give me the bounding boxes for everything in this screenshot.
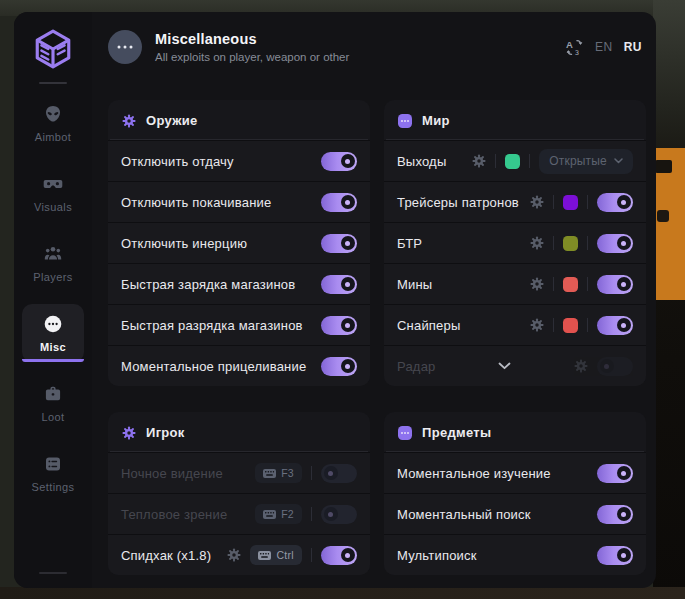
- settings-row: Тепловое зрениеF2: [108, 493, 370, 534]
- section-title: Оружие: [146, 113, 198, 128]
- color-swatch[interactable]: [563, 318, 578, 333]
- dots-icon: [43, 314, 63, 334]
- toggle-switch[interactable]: [597, 234, 633, 253]
- row-controls: [321, 357, 357, 376]
- chevron-down-icon[interactable]: [498, 362, 511, 370]
- toggle-switch[interactable]: [321, 152, 357, 171]
- row-controls: [321, 152, 357, 171]
- row-label: Снайперы: [397, 318, 461, 333]
- toggle-knob: [324, 466, 338, 480]
- toggle-switch[interactable]: [597, 464, 633, 483]
- toggle-switch[interactable]: [321, 193, 357, 212]
- row-controls: Ctrl: [227, 545, 357, 565]
- toggle-switch[interactable]: [321, 316, 357, 335]
- row-label: Ночное видение: [121, 466, 223, 481]
- toggle-switch[interactable]: [321, 546, 357, 565]
- toggle-switch[interactable]: [321, 464, 357, 483]
- sidebar-item-misc[interactable]: Misc: [22, 304, 84, 362]
- sidebar-bottom-divider: [39, 572, 67, 574]
- toggle-knob: [341, 318, 355, 332]
- section-title: Предметы: [422, 425, 491, 440]
- gear-icon[interactable]: [574, 359, 588, 373]
- row-label: Радар: [397, 359, 436, 374]
- misc-page-icon: [108, 30, 142, 64]
- dropdown-value: Открытые: [549, 154, 607, 168]
- row-controls: [321, 316, 357, 335]
- column-left: ОружиеОтключить отдачуОтключить покачива…: [108, 100, 370, 575]
- toggle-knob: [617, 548, 631, 562]
- language-switcher: A з EN RU: [565, 38, 642, 57]
- settings-row: Быстрая разрядка магазинов: [108, 304, 370, 345]
- toggle-knob: [341, 548, 355, 562]
- toggle-knob: [600, 359, 614, 373]
- toggle-switch[interactable]: [321, 275, 357, 294]
- section-header: Мир: [384, 100, 646, 139]
- sidebar-item-visuals[interactable]: Visuals: [22, 164, 84, 222]
- settings-row: Мультипоиск: [384, 534, 646, 575]
- section-header: Игрок: [108, 412, 370, 451]
- app-logo-cube-icon: [32, 28, 74, 70]
- toggle-switch[interactable]: [597, 357, 633, 376]
- hotkey-badge[interactable]: F2: [255, 504, 302, 524]
- row-controls: [530, 234, 633, 253]
- row-label: Моментальный поиск: [397, 507, 531, 522]
- cheat-menu-window: AimbotVisualsPlayersMiscLootSettings Mis…: [14, 12, 656, 588]
- toggle-knob: [617, 236, 631, 250]
- row-controls: [597, 464, 633, 483]
- sidebar-item-aimbot[interactable]: Aimbot: [22, 94, 84, 152]
- dropdown-select[interactable]: Открытые: [539, 149, 633, 174]
- svg-text:A: A: [566, 39, 573, 50]
- sidebar-item-label: Visuals: [34, 201, 72, 213]
- page-title: Miscellaneous: [155, 31, 349, 47]
- gear-icon: [122, 426, 136, 440]
- toggle-switch[interactable]: [321, 505, 357, 524]
- lang-ru-button[interactable]: RU: [624, 40, 642, 54]
- sidebar-nav: AimbotVisualsPlayersMiscLootSettings: [14, 94, 92, 502]
- toggle-switch[interactable]: [321, 357, 357, 376]
- color-swatch[interactable]: [563, 277, 578, 292]
- row-label: Спидхак (x1.8): [121, 548, 211, 563]
- gear-icon[interactable]: [530, 318, 544, 332]
- toggle-switch[interactable]: [597, 546, 633, 565]
- row-controls: [530, 193, 633, 212]
- sidebar-item-label: Aimbot: [35, 131, 72, 143]
- translate-icon: A з: [565, 38, 584, 57]
- sidebar-item-settings[interactable]: Settings: [22, 444, 84, 502]
- sidebar-item-players[interactable]: Players: [22, 234, 84, 292]
- gear-icon[interactable]: [530, 195, 544, 209]
- toggle-switch[interactable]: [597, 275, 633, 294]
- settings-row: Моментальное изучение: [384, 452, 646, 493]
- hotkey-badge[interactable]: F3: [255, 463, 302, 483]
- sidebar-divider: [39, 82, 67, 84]
- toggle-knob: [617, 277, 631, 291]
- toggle-knob: [341, 236, 355, 250]
- color-swatch[interactable]: [563, 195, 578, 210]
- chevron-down-icon: [614, 158, 623, 164]
- hotkey-badge[interactable]: Ctrl: [250, 545, 302, 565]
- toggle-knob: [324, 507, 338, 521]
- hotkey-label: F3: [281, 467, 294, 479]
- gear-icon[interactable]: [227, 548, 241, 562]
- toggle-switch[interactable]: [597, 316, 633, 335]
- separator: [587, 236, 588, 250]
- color-swatch[interactable]: [563, 236, 578, 251]
- gear-icon[interactable]: [472, 154, 486, 168]
- toggle-knob: [617, 318, 631, 332]
- toggle-switch[interactable]: [597, 193, 633, 212]
- settings-row: Ночное видениеF3: [108, 452, 370, 493]
- gear-icon[interactable]: [530, 277, 544, 291]
- lang-en-button[interactable]: EN: [595, 40, 613, 54]
- gear-icon: [122, 114, 136, 128]
- row-label: Моментальное изучение: [397, 466, 551, 481]
- color-swatch[interactable]: [505, 154, 520, 169]
- gear-icon[interactable]: [530, 236, 544, 250]
- section-weapon: ОружиеОтключить отдачуОтключить покачива…: [108, 100, 370, 386]
- toggle-switch[interactable]: [321, 234, 357, 253]
- separator: [587, 195, 588, 209]
- row-controls: [321, 193, 357, 212]
- row-label: Тепловое зрение: [121, 507, 227, 522]
- toggle-switch[interactable]: [597, 505, 633, 524]
- sidebar-item-loot[interactable]: Loot: [22, 374, 84, 432]
- dots-badge-icon: [398, 426, 412, 440]
- row-label: Выходы: [397, 154, 446, 169]
